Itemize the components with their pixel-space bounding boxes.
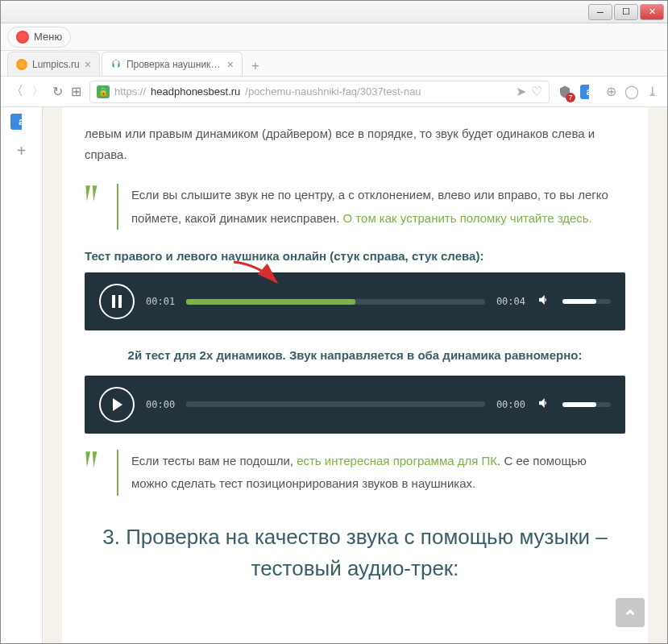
annotation-arrow-icon xyxy=(230,258,286,290)
seek-bar[interactable] xyxy=(186,401,485,407)
volume-fill xyxy=(562,299,596,304)
tab-close-icon[interactable]: × xyxy=(85,58,91,71)
window-controls: ─ ☐ ✕ xyxy=(588,4,664,20)
tab-lumpics[interactable]: Lumpics.ru × xyxy=(7,52,100,76)
volume-icon[interactable] xyxy=(537,293,551,310)
opera-menu-button[interactable]: Меню xyxy=(7,27,71,48)
forward-button[interactable]: 〉 xyxy=(31,83,44,100)
quote-text: Если вы слышите звук не по центру, а с о… xyxy=(117,184,625,230)
sidebar-add-button[interactable]: + xyxy=(10,139,33,162)
svg-rect-1 xyxy=(118,295,122,308)
sidebar: a + xyxy=(1,107,43,643)
current-time: 00:00 xyxy=(146,399,175,410)
volume-icon[interactable] xyxy=(537,396,551,413)
url-input[interactable]: 🔒 https://headphonesbest.ru/pochemu-naus… xyxy=(89,81,550,103)
tab-strip: Lumpics.ru × Проверка наушников му × + xyxy=(1,51,667,77)
scroll-to-top-button[interactable] xyxy=(616,598,645,627)
tab-title: Lumpics.ru xyxy=(32,59,80,70)
intro-paragraph: левым или правым динамиком (драйвером) в… xyxy=(85,123,625,164)
back-button[interactable]: 〈 xyxy=(10,83,23,100)
quote-text: Если тесты вам не подошли, есть интересн… xyxy=(117,450,625,496)
download-icon[interactable]: ⤓ xyxy=(647,84,658,99)
seek-bar[interactable] xyxy=(186,299,485,305)
send-icon[interactable]: ➤ xyxy=(516,84,526,99)
opera-icon xyxy=(16,31,29,44)
tab-title: Проверка наушников му xyxy=(127,59,222,70)
url-prefix: https:// xyxy=(114,85,146,98)
page-viewport[interactable]: левым или правым динамиком (драйвером) в… xyxy=(43,107,667,643)
seek-fill xyxy=(186,299,355,305)
lock-icon: 🔒 xyxy=(97,85,110,98)
quote1-link[interactable]: О том как устранить поломку читайте здес… xyxy=(343,211,592,225)
menu-label: Меню xyxy=(34,31,62,43)
quote-block-2: Если тесты вам не подошли, есть интересн… xyxy=(85,450,625,496)
total-time: 00:04 xyxy=(496,296,525,307)
favicon-icon xyxy=(16,59,27,70)
browser-main: Меню Lumpics.ru × Проверка наушников му … xyxy=(1,23,667,643)
tab-headphones[interactable]: Проверка наушников му × xyxy=(102,52,243,76)
volume-slider[interactable] xyxy=(562,402,611,407)
url-path: /pochemu-naushniki-faq/3037test-nau xyxy=(245,85,421,98)
heart-icon[interactable]: ♡ xyxy=(531,84,542,99)
new-tab-button[interactable]: + xyxy=(244,56,267,76)
pause-button[interactable] xyxy=(99,284,135,319)
svg-rect-0 xyxy=(112,295,115,308)
current-time: 00:01 xyxy=(146,296,175,307)
toolbar-icons: a ⊕ ◯ ⤓ xyxy=(558,84,658,99)
test2-label: 2й тест для 2х динамиков. Звук направляе… xyxy=(85,345,625,366)
audio-player-1: 00:01 00:04 xyxy=(85,272,625,330)
quote-mark-icon xyxy=(85,450,117,496)
browser-window: ─ ☐ ✕ Меню Lumpics.ru × xyxy=(0,0,668,644)
close-button[interactable]: ✕ xyxy=(640,4,664,20)
quote2-pre: Если тесты вам не подошли, xyxy=(131,454,297,467)
speed-dial-button[interactable]: ⊞ xyxy=(71,84,81,99)
minimize-button[interactable]: ─ xyxy=(588,4,612,20)
translate-icon[interactable]: a xyxy=(580,85,598,99)
extensions-icon[interactable]: ⊕ xyxy=(606,84,616,99)
page-content: левым или правым динамиком (драйвером) в… xyxy=(62,107,648,643)
browser-frame: Меню Lumpics.ru × Проверка наушников му … xyxy=(1,23,667,643)
address-bar: 〈 〉 ↻ ⊞ 🔒 https://headphonesbest.ru/poch… xyxy=(1,77,667,107)
menu-bar: Меню xyxy=(1,23,667,51)
maximize-button[interactable]: ☐ xyxy=(614,4,638,20)
quote2-link[interactable]: есть интересная программа для ПК xyxy=(297,454,497,467)
profile-icon[interactable]: ◯ xyxy=(624,84,639,99)
section-heading-3: 3. Проверка на качество звука с помощью … xyxy=(85,521,625,584)
window-titlebar: ─ ☐ ✕ xyxy=(1,1,667,23)
reload-button[interactable]: ↻ xyxy=(52,84,63,99)
quote-block-1: Если вы слышите звук не по центру, а с о… xyxy=(85,184,625,230)
quote-mark-icon xyxy=(85,184,117,230)
shield-icon[interactable] xyxy=(558,85,572,99)
total-time: 00:00 xyxy=(496,399,525,410)
url-domain: headphonesbest.ru xyxy=(151,85,240,98)
volume-fill xyxy=(562,402,596,407)
volume-slider[interactable] xyxy=(562,299,611,304)
test1-label: Тест правого и левого наушника онлайн (с… xyxy=(85,249,625,263)
favicon-icon xyxy=(110,59,122,70)
translate-sidebar-icon[interactable]: a xyxy=(10,114,33,130)
audio-player-2: 00:00 00:00 xyxy=(85,376,625,434)
tab-close-icon[interactable]: × xyxy=(227,58,234,71)
play-button[interactable] xyxy=(99,387,135,422)
